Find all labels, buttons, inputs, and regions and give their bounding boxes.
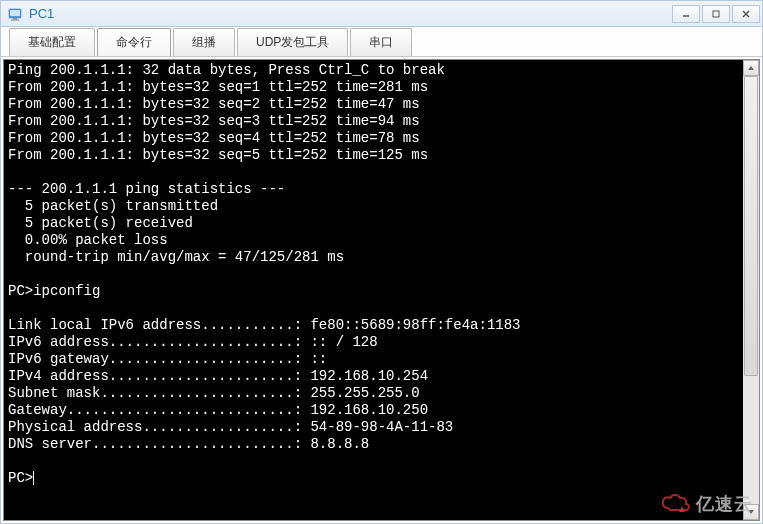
svg-rect-5 [713,11,719,17]
scroll-up-button[interactable] [743,60,759,76]
titlebar: PC1 [1,1,762,27]
scroll-track[interactable] [743,76,759,504]
watermark-icon [660,490,692,518]
watermark-text: 亿速云 [696,492,753,516]
terminal-output[interactable]: Ping 200.1.1.1: 32 data bytes, Press Ctr… [4,60,743,520]
svg-marker-8 [748,66,754,70]
app-icon [7,6,23,22]
tab-serial[interactable]: 串口 [350,28,412,56]
tab-multicast[interactable]: 组播 [173,28,235,56]
scrollbar [743,60,759,520]
minimize-button[interactable] [672,5,700,23]
maximize-button[interactable] [702,5,730,23]
terminal-container: Ping 200.1.1.1: 32 data bytes, Press Ctr… [3,59,760,521]
tab-command-line[interactable]: 命令行 [97,28,171,56]
terminal-cursor [33,471,34,485]
svg-rect-1 [10,10,20,16]
scroll-thumb[interactable] [744,76,758,376]
tabs-bar: 基础配置 命令行 组播 UDP发包工具 串口 [1,27,762,57]
watermark: 亿速云 [660,490,753,518]
svg-rect-2 [13,18,17,20]
app-window: PC1 基础配置 命令行 组播 UDP发包工具 串口 Ping 200.1.1.… [0,0,763,524]
svg-rect-3 [11,19,19,20]
window-title: PC1 [29,6,670,21]
tab-udp-tool[interactable]: UDP发包工具 [237,28,348,56]
tab-basic-config[interactable]: 基础配置 [9,28,95,56]
close-button[interactable] [732,5,760,23]
window-controls [670,5,760,23]
